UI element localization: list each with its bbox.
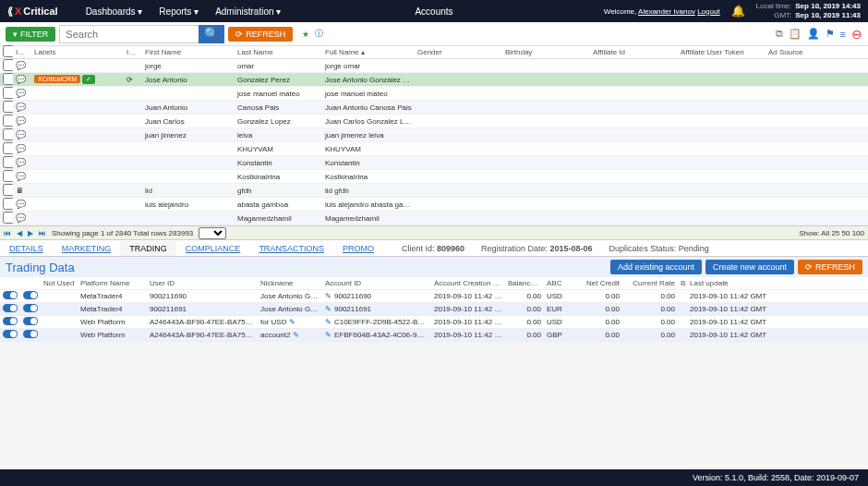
info-icon[interactable]: ⓘ	[315, 28, 323, 40]
table-row[interactable]: 💬 Konstantin Konstantin	[0, 156, 868, 170]
col-last-name[interactable]: Last Name	[235, 47, 322, 57]
edit-icon[interactable]: ✎	[289, 318, 295, 326]
speech-icon: 💬	[16, 75, 26, 84]
row-checkbox[interactable]	[3, 115, 13, 127]
user-link[interactable]: Alexander Ivanov	[638, 7, 695, 16]
remove-icon[interactable]: ⊖	[851, 27, 862, 42]
select-all[interactable]	[3, 45, 13, 57]
pager-first-icon[interactable]: ⏮	[4, 229, 11, 237]
bell-icon[interactable]: 🔔	[731, 5, 745, 18]
col-first-name[interactable]: First Name	[142, 47, 235, 57]
edit-icon[interactable]: ✎	[325, 305, 332, 313]
user-icon[interactable]: 👤	[807, 28, 820, 40]
row-checkbox[interactable]	[3, 59, 13, 71]
topnav: Dashboards ▾ Reports ▾ Administration ▾	[86, 6, 282, 17]
nav-reports[interactable]: Reports ▾	[159, 6, 199, 17]
table-row[interactable]: 💬 luis alejandro abasta gamboa luis alej…	[0, 198, 868, 212]
col-isday[interactable]: Is Day	[124, 47, 142, 57]
tab-transactions[interactable]: TRANSACTIONS	[249, 241, 333, 256]
logout-link[interactable]: Logout	[697, 7, 719, 16]
col-online[interactable]: Is Online	[13, 47, 31, 57]
row-checkbox[interactable]	[3, 156, 13, 168]
flag-icon[interactable]: ⚑	[826, 28, 835, 40]
table-row[interactable]: 💬 KHUYVAM KHUYVAM	[0, 142, 868, 156]
edit-icon[interactable]: ✎	[325, 292, 332, 300]
star-icon[interactable]: ★	[302, 30, 309, 39]
trading-row[interactable]: MetaTrader4 900211691 Jose Antonio Go...…	[0, 303, 868, 316]
refresh-button[interactable]: ⟳ REFRESH	[228, 27, 293, 42]
table-row[interactable]: 💬 jorge omar jorge omar	[0, 59, 868, 73]
col-gender[interactable]: Gender	[415, 47, 502, 57]
add-existing-button[interactable]: Add existing account	[610, 260, 702, 274]
edit-icon[interactable]: ✎	[293, 331, 299, 339]
table-row[interactable]: 🖥 lid gfdh lid gfdh	[0, 184, 868, 198]
trading-row[interactable]: Web Platform A246443A-BF90-47EE-BA75-1BC…	[0, 316, 868, 329]
toggle-secondary[interactable]	[23, 291, 38, 299]
table-row[interactable]: 💬 Juan Carlos Gonzalez Lopez Juan Carlos…	[0, 115, 868, 128]
toggle-secondary[interactable]	[23, 304, 38, 312]
clipboard-icon[interactable]: 📋	[789, 28, 802, 40]
export-icon[interactable]: ⧉	[776, 28, 783, 40]
tab-details[interactable]: DETAILS	[0, 241, 53, 256]
trading-body: MetaTrader4 900211690 Jose Antonio Go...…	[0, 290, 868, 342]
toggle-active[interactable]	[3, 317, 18, 325]
pager-next-icon[interactable]: ▶	[28, 229, 33, 237]
pager-prev-icon[interactable]: ◀	[17, 229, 22, 237]
pager-select[interactable]	[199, 227, 226, 239]
row-checkbox[interactable]	[3, 170, 13, 182]
tab-marketing[interactable]: MARKETING	[53, 241, 121, 256]
row-checkbox[interactable]	[3, 128, 13, 140]
row-checkbox[interactable]	[3, 87, 13, 99]
list-icon[interactable]: ≡	[840, 29, 846, 40]
search-button[interactable]: 🔍	[199, 25, 224, 43]
table-row[interactable]: 💬 Magamedzhamil Magamedzhamil	[0, 212, 868, 225]
col-affiliate-id[interactable]: Affiliate Id	[590, 47, 678, 57]
speech-icon: 💬	[16, 172, 26, 181]
welcome-text: Welcome, Alexander Ivanov Logout	[604, 7, 720, 16]
search-wrap: 🔍	[59, 25, 224, 43]
nav-administration[interactable]: Administration ▾	[215, 6, 281, 17]
trading-row[interactable]: MetaTrader4 900211690 Jose Antonio Go...…	[0, 290, 868, 303]
tabs-info: Client Id: 809960 Registration Date: 201…	[402, 244, 709, 253]
col-labels[interactable]: Labels	[31, 47, 124, 57]
tab-trading[interactable]: TRADING	[120, 241, 176, 256]
filter-button[interactable]: ▾ FILTER	[6, 27, 55, 42]
row-checkbox[interactable]	[3, 184, 13, 196]
col-ad-source[interactable]: Ad Source	[766, 47, 821, 57]
toggle-secondary[interactable]	[23, 317, 38, 325]
speech-icon: 💬	[16, 158, 26, 167]
footer: Version: 5.1.0, Build: 2558, Date: 2019-…	[0, 469, 868, 486]
table-row[interactable]: 💬 Juan Antonio Canosa Pais Juan Antonio …	[0, 101, 868, 115]
row-checkbox[interactable]	[3, 198, 13, 210]
create-new-button[interactable]: Create new account	[705, 260, 794, 274]
row-checkbox[interactable]	[3, 73, 13, 85]
col-full-name[interactable]: Full Name ▴	[322, 47, 415, 57]
tab-promo[interactable]: PROMO	[333, 241, 383, 256]
search-input[interactable]	[59, 25, 199, 43]
edit-icon[interactable]: ✎	[325, 318, 332, 326]
col-birthday[interactable]: Birthday	[502, 47, 590, 57]
table-row[interactable]: 💬 KostkinaIrina KostkinaIrina	[0, 170, 868, 184]
section-title: Trading Data	[6, 261, 75, 274]
trading-row[interactable]: Web Platform A246443A-BF90-47EE-BA75-1BC…	[0, 329, 868, 342]
col-affiliate-token[interactable]: Affiliate User Token	[678, 47, 766, 57]
refresh-trading-button[interactable]: ⟳ REFRESH	[798, 260, 862, 274]
row-checkbox[interactable]	[3, 101, 13, 113]
toggle-active[interactable]	[3, 304, 18, 312]
table-row[interactable]: 💬 jose manuel mateo jose manuel mateo	[0, 87, 868, 101]
table-row[interactable]: 💬 XCriticalCRM✓PWNED ⟳ Jose Antonio Gonz…	[0, 73, 868, 87]
toggle-secondary[interactable]	[23, 330, 38, 338]
pager-last-icon[interactable]: ⏭	[39, 229, 46, 237]
table-row[interactable]: 💬 juan jimenez leiva juan jimenez leiva	[0, 128, 868, 142]
tab-compliance[interactable]: COMPLIANCE	[176, 241, 250, 256]
speech-icon: 💬	[16, 103, 26, 112]
edit-icon[interactable]: ✎	[325, 331, 332, 339]
toggle-active[interactable]	[3, 291, 18, 299]
pager-opts[interactable]: All 25 50 100	[821, 229, 864, 237]
row-checkbox[interactable]	[3, 142, 13, 154]
row-checkbox[interactable]	[3, 212, 13, 224]
monitor-icon: 🖥	[16, 187, 23, 195]
toggle-active[interactable]	[3, 330, 18, 338]
nav-dashboards[interactable]: Dashboards ▾	[86, 6, 143, 17]
topbar-right: Welcome, Alexander Ivanov Logout 🔔 Local…	[604, 2, 861, 19]
